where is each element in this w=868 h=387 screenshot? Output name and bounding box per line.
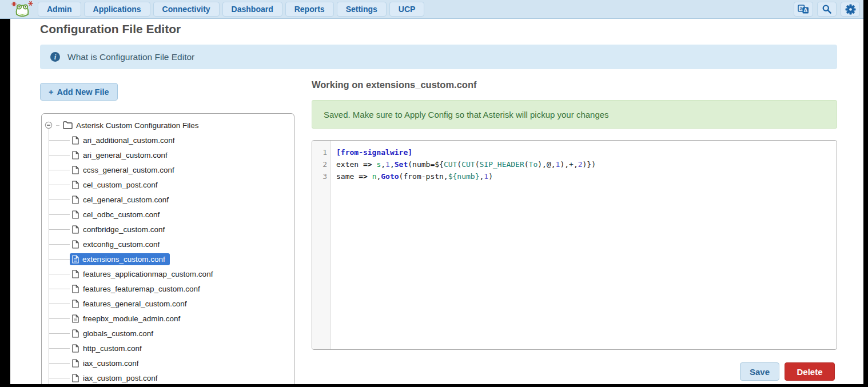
tree-connector [49, 214, 70, 215]
tree-file-row: cel_custom_post.conf [42, 177, 294, 192]
page-content: Configuration File Editor i What is Conf… [10, 19, 863, 384]
line-number: 1 [312, 146, 331, 158]
tree-file-row: features_general_custom.conf [42, 296, 294, 311]
svg-text:A: A [804, 7, 808, 13]
file-blank-icon [72, 270, 79, 278]
file-name[interactable]: globals_custom.conf [83, 329, 153, 338]
file-tree-panel: Asterisk Custom Configuration Files ari_… [41, 113, 294, 387]
file-blank-icon [72, 374, 79, 382]
file-text-icon [72, 314, 79, 323]
file-blank-icon [72, 136, 79, 145]
code-text: same => n,Goto(from-pstn,${numb},1) [331, 170, 493, 182]
editor-column: Working on extensions_custom.conf Saved.… [312, 19, 837, 384]
nav-icon-buttons: a A [794, 2, 863, 17]
file-name[interactable]: features_applicationmap_custom.conf [83, 270, 213, 278]
nav-tab-settings[interactable]: Settings [337, 2, 387, 17]
file-blank-icon [72, 300, 79, 308]
code-line[interactable]: 3same => n,Goto(from-pstn,${numb},1) [312, 170, 837, 182]
tree-file-row: iax_custom_post.conf [42, 370, 294, 385]
tree-root-node[interactable]: Asterisk Custom Configuration Files [42, 118, 294, 133]
tree-file-row: globals_custom.conf [42, 326, 294, 341]
code-line[interactable]: 1[from-signalwire] [312, 146, 837, 158]
file-name[interactable]: iax_custom_post.conf [83, 374, 158, 382]
frog-logo-icon [11, 1, 33, 18]
file-name[interactable]: http_custom.conf [83, 344, 142, 353]
tree-file-list: ari_additional_custom.conf ari_general_c… [42, 133, 294, 387]
nav-tab-reports[interactable]: Reports [285, 2, 334, 17]
file-name[interactable]: ari_general_custom.conf [83, 151, 168, 159]
letterbox-left [0, 19, 10, 387]
code-lines[interactable]: 1[from-signalwire]2exten => s,1,Set(numb… [312, 141, 837, 182]
file-blank-icon [72, 166, 79, 174]
tree-file-row: ari_additional_custom.conf [42, 133, 294, 147]
letterbox-bottom [0, 384, 868, 387]
file-name[interactable]: ccss_general_custom.conf [83, 166, 174, 174]
code-text: [from-signalwire] [331, 146, 412, 158]
tree-file-row: extconfig_custom.conf [42, 237, 294, 252]
file-name: extensions_custom.conf [82, 255, 165, 264]
file-name[interactable]: cel_general_custom.conf [83, 196, 169, 204]
folder-icon [63, 121, 73, 129]
collapse-minus-icon[interactable] [45, 121, 53, 129]
selected-file-item[interactable]: extensions_custom.conf [70, 253, 170, 265]
tree-connector [49, 200, 70, 200]
nav-tab-applications[interactable]: Applications [84, 2, 150, 17]
delete-button[interactable]: Delete [785, 362, 835, 381]
file-name[interactable]: confbridge_custom.conf [83, 225, 165, 234]
tree-connector [49, 185, 70, 185]
tree-file-row: cel_odbc_custom.conf [42, 207, 294, 222]
working-on-heading: Working on extensions_custom.conf [312, 79, 476, 90]
file-name[interactable]: freepbx_module_admin.conf [83, 314, 180, 323]
tree-connector [49, 244, 70, 245]
file-blank-icon [72, 196, 79, 204]
saved-alert-text: Saved. Make sure to Apply Config so that… [324, 110, 609, 119]
line-number: 2 [312, 158, 331, 170]
code-line[interactable]: 2exten => s,1,Set(numb=${CUT(CUT(SIP_HEA… [312, 158, 837, 170]
code-editor[interactable]: 1[from-signalwire]2exten => s,1,Set(numb… [312, 140, 837, 350]
settings-button[interactable] [841, 2, 860, 17]
tree-connector [56, 125, 59, 126]
editor-actions: Save Delete [740, 362, 835, 381]
file-name[interactable]: iax_custom.conf [83, 359, 139, 368]
tree-root-label: Asterisk Custom Configuration Files [76, 121, 199, 130]
tree-file-row: freepbx_module_admin.conf [42, 311, 294, 326]
tree-connector [49, 363, 70, 364]
nav-tabs: AdminApplicationsConnectivityDashboardRe… [38, 2, 424, 17]
settings-gear-icon [845, 4, 856, 15]
file-name[interactable]: features_featuremap_custom.conf [83, 285, 200, 293]
file-name[interactable]: extconfig_custom.conf [83, 240, 160, 249]
file-blank-icon [72, 181, 79, 189]
tree-file-row: ari_general_custom.conf [42, 147, 294, 162]
tree-file-row: extensions_custom.conf [42, 252, 294, 266]
file-blank-icon [72, 344, 79, 353]
freepbx-logo[interactable] [11, 1, 34, 18]
file-blank-icon [72, 329, 79, 338]
tree-connector [49, 155, 70, 155]
page-title: Configuration File Editor [40, 22, 181, 36]
language-button[interactable]: a A [794, 2, 813, 17]
line-number: 3 [312, 170, 331, 182]
search-button[interactable] [817, 2, 837, 17]
nav-tab-ucp[interactable]: UCP [389, 2, 425, 17]
add-new-file-button[interactable]: + Add New File [40, 83, 118, 101]
nav-tab-admin[interactable]: Admin [38, 2, 81, 17]
nav-tab-connectivity[interactable]: Connectivity [153, 2, 220, 17]
letterbox-right [863, 0, 868, 387]
file-name[interactable]: features_general_custom.conf [83, 300, 187, 308]
file-name[interactable]: ari_additional_custom.conf [83, 136, 175, 145]
tree-connector [49, 333, 70, 334]
save-button[interactable]: Save [740, 362, 779, 381]
tree-connector [49, 140, 70, 141]
info-icon: i [50, 52, 60, 62]
file-blank-icon [72, 225, 79, 234]
tree-file-row: features_featuremap_custom.conf [42, 281, 294, 296]
tree-connector [49, 289, 70, 289]
file-blank-icon [72, 359, 79, 368]
file-name[interactable]: cel_odbc_custom.conf [83, 210, 160, 219]
file-name[interactable]: cel_custom_post.conf [83, 181, 158, 189]
nav-tab-dashboard[interactable]: Dashboard [222, 2, 282, 17]
tree-file-row: ccss_general_custom.conf [42, 162, 294, 177]
plus-icon: + [49, 87, 53, 97]
saved-success-alert: Saved. Make sure to Apply Config so that… [312, 100, 837, 129]
file-blank-icon [72, 285, 79, 293]
